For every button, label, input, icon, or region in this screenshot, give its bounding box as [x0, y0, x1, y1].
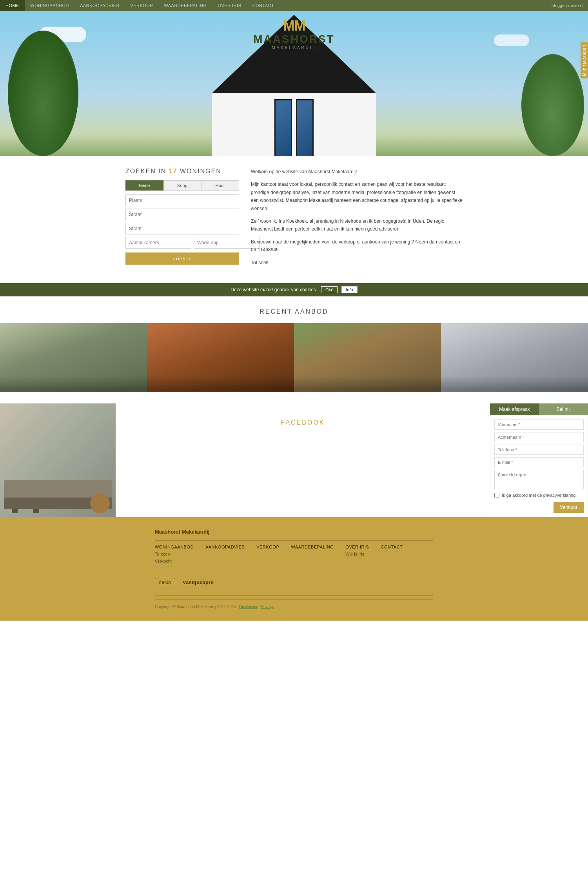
sofa-leg-1 [12, 509, 18, 513]
footer-inner: Maashorst Makelaardij WONINGAANBOD Te ko… [147, 529, 441, 609]
cookie-bar: Deze website maakt gebruik van cookies. … [0, 283, 588, 296]
submit-button[interactable]: Verstuur [554, 502, 584, 513]
footer-nav: WONINGAANBOD Te koop Verkocht AANKOOPADV… [155, 545, 433, 563]
property-overlay-1 [0, 376, 147, 392]
property-overlay-3 [294, 376, 441, 392]
nav-woningaanbod[interactable]: WONINGAANBOD [25, 0, 74, 11]
welcome-p2: Mijn kantoor staat voor lokaal, persoonl… [251, 180, 463, 213]
nav-aankoopadvies[interactable]: AANKOOPADVIES [74, 0, 125, 11]
form-tabs: Maak afspraak Bel mij [490, 403, 588, 415]
logo-name: MAASHORST [253, 33, 334, 45]
email-input[interactable] [494, 457, 584, 467]
mijn-favorieten-button[interactable]: Mijn favorieten [581, 42, 588, 78]
search-row-rooms [125, 237, 239, 249]
property-item-4[interactable] [441, 323, 588, 392]
kamers-input[interactable] [125, 237, 191, 249]
property-item-2[interactable] [147, 323, 294, 392]
property-item-3[interactable] [294, 323, 441, 392]
disclaimer-link[interactable]: Disclaimer [239, 605, 258, 609]
welcome-text: Welkom op de website van Maashorst Makel… [251, 168, 463, 271]
nav-over-iris[interactable]: OVER IRIS [212, 0, 247, 11]
welcome-p1: Welkom op de website van Maashorst Makel… [251, 168, 463, 176]
window-left [274, 99, 292, 156]
footer-copyright: Copyright © Maashorst Makelaardij 2017-2… [155, 599, 433, 609]
vastgoed-logo: vastgoedpro [183, 579, 214, 585]
tab-koop[interactable]: Koop [163, 180, 201, 191]
footer: Maashorst Makelaardij WONINGAANBOD Te ko… [0, 517, 588, 621]
tab-huur[interactable]: Huur [201, 180, 239, 191]
achternaam-input[interactable] [494, 432, 584, 442]
property-overlay-2 [147, 376, 294, 392]
privacy-label: Ik ga akkoord met de privacyverklaring [502, 493, 575, 498]
cookie-text: Deze website maakt gebruik van cookies. [230, 287, 317, 292]
tree-left [8, 31, 78, 156]
voornaam-input[interactable] [494, 420, 584, 430]
telefoon-input[interactable] [494, 445, 584, 455]
straat-input-2[interactable] [125, 223, 239, 234]
nav-waardebepaling[interactable]: WAARDEBEPALING [158, 0, 212, 11]
footer-col-waardebepaling: WAARDEBEPALING [291, 545, 334, 563]
welcome-p4: Benieuwd naar de mogelijkheden voor de v… [251, 238, 463, 254]
interior-image [0, 403, 116, 517]
opp-input[interactable] [194, 237, 260, 249]
footer-link-verkoop[interactable]: VERKOOP [256, 545, 279, 549]
straat-input-1[interactable] [125, 209, 239, 220]
footer-divider-top [155, 540, 433, 541]
footer-link-te-koop[interactable]: Te koop [155, 552, 194, 556]
footer-link-aankoopadvies[interactable]: AANKOOPADVIES [205, 545, 245, 549]
window-right [296, 99, 314, 156]
footer-link-wie-is-iris[interactable]: Wie is Iris [345, 552, 369, 556]
property-item-1[interactable] [0, 323, 147, 392]
footer-brand: Maashorst Makelaardij [155, 529, 433, 535]
footer-col-verkoop: VERKOOP [256, 545, 279, 563]
facebook-section: FACEBOOK [116, 403, 490, 517]
plaats-input[interactable] [125, 194, 239, 206]
footer-logos: funda vastgoedpro [155, 578, 433, 587]
footer-col-woningaanbod: WONINGAANBOD Te koop Verkocht [155, 545, 194, 563]
privacy-checkbox[interactable] [494, 493, 499, 498]
tab-beide[interactable]: Beide [125, 180, 163, 191]
search-title: ZOEKEN IN 17 WONINGEN [125, 168, 239, 175]
welcome-p5: Tot snel! [251, 259, 463, 267]
login-link[interactable]: Inloggen move.nl [550, 3, 588, 8]
search-panel: ZOEKEN IN 17 WONINGEN Beide Koop Huur Zo… [125, 168, 239, 271]
footer-col-aankoopadvies: AANKOOPADVIES [205, 545, 245, 563]
property-overlay-4 [441, 376, 588, 392]
search-count: 17 [169, 168, 178, 174]
cookie-info-button[interactable]: Info [341, 286, 357, 293]
nav-items: HOME WONINGAANBOD AANKOOPADVIES VERKOOP … [0, 0, 550, 11]
logo-mm: MM [253, 19, 334, 33]
main-nav: HOME WONINGAANBOD AANKOOPADVIES VERKOOP … [0, 0, 588, 11]
coffee-table [90, 494, 110, 513]
privacy-link[interactable]: Privacy [261, 605, 274, 609]
logo-wrap: MM MAASHORST MAKELAARDIJ [253, 19, 334, 50]
search-tabs: Beide Koop Huur [125, 180, 239, 191]
sofa-leg-2 [33, 509, 39, 513]
welcome-p3: Zelf woon ik, Iris Koekkoek, al jarenlan… [251, 217, 463, 233]
form-body: Ik ga akkoord met de privacyverklaring V… [490, 415, 588, 517]
recent-title: RECENT AANBOD [0, 308, 588, 315]
property-grid [0, 323, 588, 392]
funda-logo: funda [155, 578, 175, 587]
footer-divider-logos [155, 595, 433, 596]
tab-bel-mij[interactable]: Bel mij [539, 403, 588, 415]
opmerkingen-textarea[interactable] [494, 470, 584, 489]
footer-divider-bottom [155, 570, 433, 570]
footer-link-over-iris[interactable]: OVER IRIS [345, 545, 369, 549]
footer-link-contact[interactable]: CONTACT [381, 545, 403, 549]
nav-home[interactable]: HOME [0, 0, 25, 11]
nav-verkoop[interactable]: VERKOOP [125, 0, 158, 11]
nav-contact[interactable]: CONTACT [247, 0, 279, 11]
facebook-title: FACEBOOK [127, 419, 478, 426]
footer-link-verkocht[interactable]: Verkocht [155, 559, 194, 563]
footer-link-woningaanbod[interactable]: WONINGAANBOD [155, 545, 194, 549]
search-welcome-section: ZOEKEN IN 17 WONINGEN Beide Koop Huur Zo… [118, 156, 470, 283]
tab-maak-afspraak[interactable]: Maak afspraak [490, 403, 539, 415]
search-button[interactable]: Zoeken [125, 252, 239, 265]
cookie-ok-button[interactable]: Oké [321, 286, 338, 293]
cloud-2 [494, 35, 529, 46]
tree-right [521, 54, 584, 156]
recent-section: RECENT AANBOD [0, 296, 588, 403]
footer-link-waardebepaling[interactable]: WAARDEBEPALING [291, 545, 334, 549]
contact-form: Maak afspraak Bel mij Ik ga akkoord met … [490, 403, 588, 517]
